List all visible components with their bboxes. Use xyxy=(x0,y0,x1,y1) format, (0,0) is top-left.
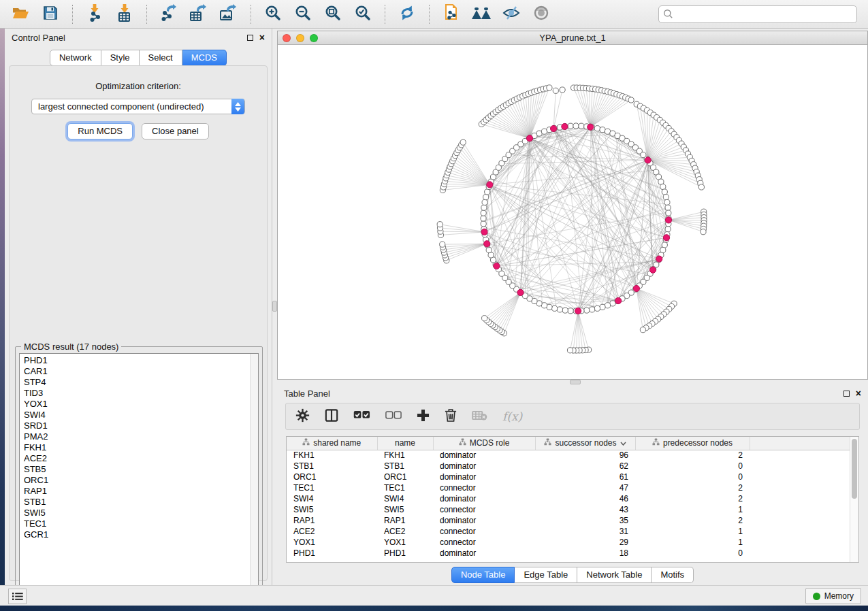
zoom-out-button[interactable] xyxy=(289,3,317,26)
table-row[interactable]: PHD1PHD1dominator180 xyxy=(287,548,851,559)
float-panel-icon[interactable] xyxy=(247,35,253,41)
mcds-result-item[interactable]: TID3 xyxy=(20,388,249,399)
cell-successor_nodes: 61 xyxy=(535,472,635,482)
table-row[interactable]: STB1STB1dominator620 xyxy=(287,461,851,472)
table-row[interactable]: SWI5SWI5connector431 xyxy=(287,504,851,515)
mcds-tab-content: Optimization criterion: largest connecte… xyxy=(9,65,268,581)
tab-node-table[interactable]: Node Table xyxy=(451,567,515,583)
first-neighbors-button[interactable] xyxy=(468,3,495,26)
table-row[interactable]: FKH1FKH1dominator962 xyxy=(287,450,851,461)
mcds-result-item[interactable]: PHD1 xyxy=(20,355,249,366)
cell-name: SWI4 xyxy=(377,493,433,504)
column-header-predecessor-nodes[interactable]: predecessor nodes xyxy=(635,437,750,450)
vertical-splitter-handle[interactable] xyxy=(272,301,277,312)
table-scrollbar[interactable] xyxy=(850,437,858,562)
mcds-result-item[interactable]: ORC1 xyxy=(20,475,249,486)
mcds-result-item[interactable]: ACE2 xyxy=(20,453,249,464)
criterion-dropdown[interactable]: largest connected component (undirected) xyxy=(31,99,245,114)
mcds-result-item[interactable]: PMA2 xyxy=(20,431,249,442)
close-panel-icon[interactable]: × xyxy=(259,34,265,41)
toolbar-separator xyxy=(385,5,385,24)
tab-style[interactable]: Style xyxy=(101,50,140,66)
close-table-panel-icon[interactable]: × xyxy=(856,390,861,397)
network-canvas[interactable] xyxy=(278,45,867,379)
zoom-selected-button[interactable] xyxy=(349,3,376,26)
zoom-fit-icon xyxy=(325,5,341,24)
import-network-button[interactable] xyxy=(81,3,108,26)
hide-graphics-details-button[interactable] xyxy=(498,3,525,26)
mcds-result-item[interactable]: STP4 xyxy=(20,377,249,388)
cell-successor_nodes: 62 xyxy=(535,461,635,472)
task-history-button[interactable] xyxy=(8,589,27,604)
cell-predecessor_nodes: 2 xyxy=(635,450,750,461)
split-panel-button[interactable] xyxy=(325,408,338,425)
cell-shared_name: TEC1 xyxy=(287,482,377,493)
zoom-fit-button[interactable] xyxy=(319,3,347,26)
cell-mcds_role: connector xyxy=(433,526,535,537)
vertical-splitter[interactable] xyxy=(272,29,277,585)
table-row[interactable]: ORC1ORC1dominator610 xyxy=(287,472,851,482)
horizontal-splitter[interactable] xyxy=(277,380,868,384)
close-panel-button[interactable]: Close panel xyxy=(142,123,209,139)
table-scrollbar-thumb[interactable] xyxy=(852,439,857,499)
cell-name: PHD1 xyxy=(377,548,433,559)
search-input[interactable] xyxy=(658,5,857,23)
export-table-button[interactable] xyxy=(185,3,212,26)
mcds-result-item[interactable]: STB1 xyxy=(20,497,249,508)
zoom-in-button[interactable] xyxy=(259,3,287,26)
cell-predecessor_nodes: 1 xyxy=(635,526,750,537)
column-header-successor-nodes[interactable]: successor nodes xyxy=(535,437,635,450)
import-table-button[interactable] xyxy=(111,3,138,26)
mcds-result-item[interactable]: SWI4 xyxy=(20,410,249,420)
mcds-result-item[interactable]: TEC1 xyxy=(20,518,249,529)
add-column-icon xyxy=(417,409,430,425)
column-header-name[interactable]: name xyxy=(377,437,433,450)
tab-network-table[interactable]: Network Table xyxy=(577,567,652,583)
export-image-button[interactable] xyxy=(215,3,242,26)
tab-mcds[interactable]: MCDS xyxy=(182,50,227,66)
mcds-result-item[interactable]: CAR1 xyxy=(20,366,249,377)
tab-edge-table[interactable]: Edge Table xyxy=(515,567,577,583)
mcds-result-item[interactable]: STB5 xyxy=(20,464,249,475)
table-settings-button[interactable] xyxy=(295,408,310,425)
select-all-button[interactable] xyxy=(353,410,370,423)
mcds-result-item[interactable]: RAP1 xyxy=(20,486,249,497)
run-mcds-button[interactable]: Run MCDS xyxy=(67,123,133,139)
table-row[interactable]: RAP1RAP1dominator352 xyxy=(287,515,851,526)
tab-network[interactable]: Network xyxy=(50,50,101,66)
cell-predecessor_nodes: 1 xyxy=(635,504,750,515)
cell-shared_name: PHD1 xyxy=(287,548,377,559)
network-from-file-button[interactable] xyxy=(438,3,465,26)
deselect-all-icon xyxy=(385,410,402,423)
mcds-result-item[interactable]: GCR1 xyxy=(20,529,249,540)
save-session-button[interactable] xyxy=(37,3,64,26)
column-header-shared-name[interactable]: shared name xyxy=(287,437,377,450)
table-panel-title: Table Panel xyxy=(284,389,330,399)
mcds-result-list[interactable]: PHD1CAR1STP4TID3YOX1SWI4SRD1PMA2FKH1ACE2… xyxy=(19,353,259,595)
table-row[interactable]: TEC1TEC1connector472 xyxy=(287,482,851,493)
add-column-button[interactable] xyxy=(417,409,430,425)
network-window-titlebar[interactable]: YPA_prune.txt_1 xyxy=(278,31,867,45)
mcds-list-scrollbar[interactable] xyxy=(250,354,258,595)
open-file-button[interactable] xyxy=(7,3,34,26)
table-row[interactable]: ACE2ACE2connector311 xyxy=(287,526,851,537)
deselect-all-button[interactable] xyxy=(385,410,402,423)
mcds-result-item[interactable]: YOX1 xyxy=(20,399,249,410)
tab-select[interactable]: Select xyxy=(140,50,182,66)
export-network-button[interactable] xyxy=(155,3,182,26)
memory-button[interactable]: Memory xyxy=(805,588,861,604)
cell-mcds_role: dominator xyxy=(433,472,535,482)
table-row[interactable]: YOX1YOX1connector291 xyxy=(287,537,851,548)
tab-motifs[interactable]: Motifs xyxy=(652,567,694,583)
mcds-result-item[interactable]: FKH1 xyxy=(20,442,249,453)
column-header-MCDS-role[interactable]: MCDS role xyxy=(433,437,535,450)
float-table-panel-icon[interactable] xyxy=(843,391,850,397)
cell-predecessor_nodes: 2 xyxy=(635,493,750,504)
birds-eye-view-button[interactable] xyxy=(528,3,555,26)
table-row[interactable]: SWI4SWI4dominator462 xyxy=(287,493,851,504)
mcds-result-item[interactable]: SWI5 xyxy=(20,508,249,518)
mcds-result-item[interactable]: SRD1 xyxy=(20,420,249,431)
refresh-button[interactable] xyxy=(393,3,421,26)
delete-column-button[interactable] xyxy=(445,408,457,425)
horizontal-splitter-handle[interactable] xyxy=(570,380,581,384)
